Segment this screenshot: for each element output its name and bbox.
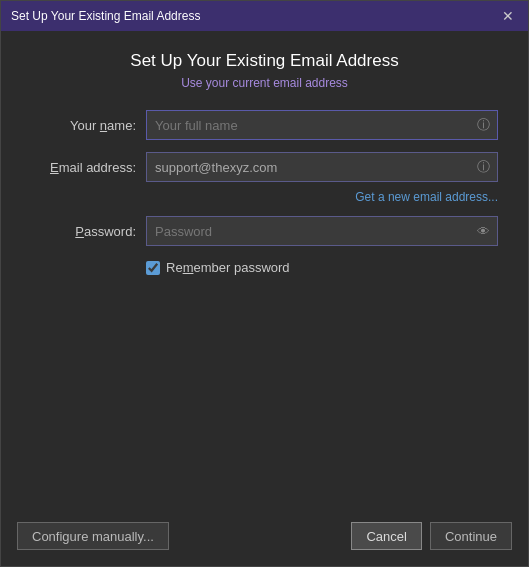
name-info-icon: ⓘ — [477, 116, 490, 134]
cancel-button[interactable]: Cancel — [351, 522, 421, 550]
remember-password-checkbox[interactable] — [146, 261, 160, 275]
dialog-title: Set Up Your Existing Email Address — [31, 51, 498, 71]
email-label: Email address: — [31, 160, 136, 175]
email-row: Email address: ⓘ — [31, 152, 498, 182]
titlebar-title: Set Up Your Existing Email Address — [11, 9, 200, 23]
footer-left: Configure manually... — [17, 522, 169, 550]
name-input[interactable] — [146, 110, 498, 140]
email-input[interactable] — [146, 152, 498, 182]
footer: Configure manually... Cancel Continue — [1, 512, 528, 566]
name-label: Your name: — [31, 118, 136, 133]
password-row: Password: 👁 — [31, 216, 498, 246]
password-input[interactable] — [146, 216, 498, 246]
get-new-email-row: Get a new email address... — [146, 190, 498, 204]
dialog-content: Set Up Your Existing Email Address Use y… — [1, 31, 528, 512]
email-info-icon: ⓘ — [477, 158, 490, 176]
titlebar: Set Up Your Existing Email Address ✕ — [1, 1, 528, 31]
email-input-wrapper: ⓘ — [146, 152, 498, 182]
configure-manually-button[interactable]: Configure manually... — [17, 522, 169, 550]
remember-password-label: Remember password — [166, 260, 290, 275]
close-button[interactable]: ✕ — [498, 7, 518, 25]
dialog-subtitle: Use your current email address — [31, 76, 498, 90]
password-visibility-icon[interactable]: 👁 — [477, 224, 490, 239]
footer-right: Cancel Continue — [351, 522, 512, 550]
continue-button[interactable]: Continue — [430, 522, 512, 550]
password-input-wrapper: 👁 — [146, 216, 498, 246]
dialog-header: Set Up Your Existing Email Address Use y… — [31, 51, 498, 90]
dialog: Set Up Your Existing Email Address ✕ Set… — [0, 0, 529, 567]
form: Your name: ⓘ Email address: ⓘ Get — [31, 110, 498, 275]
get-new-email-link[interactable]: Get a new email address... — [355, 190, 498, 204]
name-input-wrapper: ⓘ — [146, 110, 498, 140]
name-row: Your name: ⓘ — [31, 110, 498, 140]
remember-password-row: Remember password — [146, 260, 498, 275]
password-label: Password: — [31, 224, 136, 239]
